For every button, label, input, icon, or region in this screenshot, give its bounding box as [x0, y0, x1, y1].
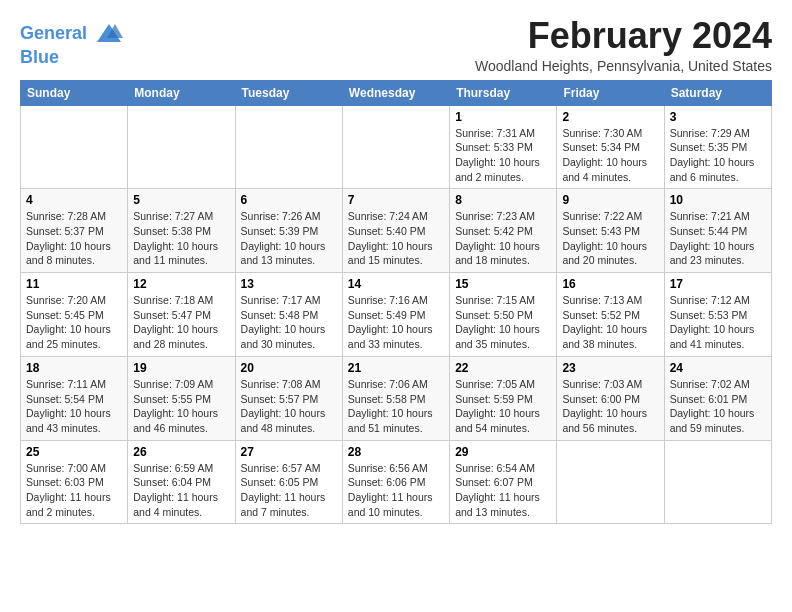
table-row: 15 Sunrise: 7:15 AMSunset: 5:50 PMDaylig…: [450, 273, 557, 357]
day-info: Sunrise: 7:15 AMSunset: 5:50 PMDaylight:…: [455, 293, 551, 352]
table-row: [235, 105, 342, 189]
table-row: 11 Sunrise: 7:20 AMSunset: 5:45 PMDaylig…: [21, 273, 128, 357]
day-info: Sunrise: 7:23 AMSunset: 5:42 PMDaylight:…: [455, 209, 551, 268]
table-row: 12 Sunrise: 7:18 AMSunset: 5:47 PMDaylig…: [128, 273, 235, 357]
day-info: Sunrise: 7:30 AMSunset: 5:34 PMDaylight:…: [562, 126, 658, 185]
table-row: 13 Sunrise: 7:17 AMSunset: 5:48 PMDaylig…: [235, 273, 342, 357]
day-info: Sunrise: 7:24 AMSunset: 5:40 PMDaylight:…: [348, 209, 444, 268]
day-info: Sunrise: 7:03 AMSunset: 6:00 PMDaylight:…: [562, 377, 658, 436]
table-row: 1 Sunrise: 7:31 AMSunset: 5:33 PMDayligh…: [450, 105, 557, 189]
day-info: Sunrise: 7:22 AMSunset: 5:43 PMDaylight:…: [562, 209, 658, 268]
day-info: Sunrise: 6:57 AMSunset: 6:05 PMDaylight:…: [241, 461, 337, 520]
table-row: 7 Sunrise: 7:24 AMSunset: 5:40 PMDayligh…: [342, 189, 449, 273]
calendar-week-row: 11 Sunrise: 7:20 AMSunset: 5:45 PMDaylig…: [21, 273, 772, 357]
day-number: 21: [348, 361, 444, 375]
table-row: 3 Sunrise: 7:29 AMSunset: 5:35 PMDayligh…: [664, 105, 771, 189]
calendar-week-row: 25 Sunrise: 7:00 AMSunset: 6:03 PMDaylig…: [21, 440, 772, 524]
day-info: Sunrise: 7:31 AMSunset: 5:33 PMDaylight:…: [455, 126, 551, 185]
day-number: 13: [241, 277, 337, 291]
day-number: 5: [133, 193, 229, 207]
day-number: 6: [241, 193, 337, 207]
table-row: 19 Sunrise: 7:09 AMSunset: 5:55 PMDaylig…: [128, 356, 235, 440]
table-row: 28 Sunrise: 6:56 AMSunset: 6:06 PMDaylig…: [342, 440, 449, 524]
calendar-table: Sunday Monday Tuesday Wednesday Thursday…: [20, 80, 772, 525]
day-number: 28: [348, 445, 444, 459]
table-row: 9 Sunrise: 7:22 AMSunset: 5:43 PMDayligh…: [557, 189, 664, 273]
table-row: 5 Sunrise: 7:27 AMSunset: 5:38 PMDayligh…: [128, 189, 235, 273]
day-number: 27: [241, 445, 337, 459]
day-info: Sunrise: 7:06 AMSunset: 5:58 PMDaylight:…: [348, 377, 444, 436]
day-number: 16: [562, 277, 658, 291]
day-info: Sunrise: 7:00 AMSunset: 6:03 PMDaylight:…: [26, 461, 122, 520]
col-friday: Friday: [557, 80, 664, 105]
table-row: 17 Sunrise: 7:12 AMSunset: 5:53 PMDaylig…: [664, 273, 771, 357]
day-number: 1: [455, 110, 551, 124]
page-header: General Blue February 2024 Woodland Heig…: [20, 16, 772, 74]
header-row: Sunday Monday Tuesday Wednesday Thursday…: [21, 80, 772, 105]
table-row: [21, 105, 128, 189]
day-number: 20: [241, 361, 337, 375]
calendar-week-row: 4 Sunrise: 7:28 AMSunset: 5:37 PMDayligh…: [21, 189, 772, 273]
day-info: Sunrise: 7:29 AMSunset: 5:35 PMDaylight:…: [670, 126, 766, 185]
day-info: Sunrise: 7:09 AMSunset: 5:55 PMDaylight:…: [133, 377, 229, 436]
day-number: 23: [562, 361, 658, 375]
day-number: 26: [133, 445, 229, 459]
table-row: 4 Sunrise: 7:28 AMSunset: 5:37 PMDayligh…: [21, 189, 128, 273]
day-info: Sunrise: 7:08 AMSunset: 5:57 PMDaylight:…: [241, 377, 337, 436]
day-info: Sunrise: 7:16 AMSunset: 5:49 PMDaylight:…: [348, 293, 444, 352]
day-number: 3: [670, 110, 766, 124]
table-row: [342, 105, 449, 189]
day-info: Sunrise: 7:21 AMSunset: 5:44 PMDaylight:…: [670, 209, 766, 268]
table-row: 8 Sunrise: 7:23 AMSunset: 5:42 PMDayligh…: [450, 189, 557, 273]
calendar-week-row: 1 Sunrise: 7:31 AMSunset: 5:33 PMDayligh…: [21, 105, 772, 189]
day-number: 14: [348, 277, 444, 291]
day-number: 2: [562, 110, 658, 124]
table-row: [557, 440, 664, 524]
month-title: February 2024: [475, 16, 772, 56]
table-row: 25 Sunrise: 7:00 AMSunset: 6:03 PMDaylig…: [21, 440, 128, 524]
day-info: Sunrise: 7:13 AMSunset: 5:52 PMDaylight:…: [562, 293, 658, 352]
day-number: 22: [455, 361, 551, 375]
day-info: Sunrise: 7:27 AMSunset: 5:38 PMDaylight:…: [133, 209, 229, 268]
day-number: 10: [670, 193, 766, 207]
calendar-week-row: 18 Sunrise: 7:11 AMSunset: 5:54 PMDaylig…: [21, 356, 772, 440]
table-row: 2 Sunrise: 7:30 AMSunset: 5:34 PMDayligh…: [557, 105, 664, 189]
day-info: Sunrise: 7:28 AMSunset: 5:37 PMDaylight:…: [26, 209, 122, 268]
table-row: 27 Sunrise: 6:57 AMSunset: 6:05 PMDaylig…: [235, 440, 342, 524]
col-thursday: Thursday: [450, 80, 557, 105]
table-row: 10 Sunrise: 7:21 AMSunset: 5:44 PMDaylig…: [664, 189, 771, 273]
table-row: 23 Sunrise: 7:03 AMSunset: 6:00 PMDaylig…: [557, 356, 664, 440]
day-number: 29: [455, 445, 551, 459]
col-saturday: Saturday: [664, 80, 771, 105]
table-row: 14 Sunrise: 7:16 AMSunset: 5:49 PMDaylig…: [342, 273, 449, 357]
logo: General Blue: [20, 20, 123, 68]
day-info: Sunrise: 7:11 AMSunset: 5:54 PMDaylight:…: [26, 377, 122, 436]
col-monday: Monday: [128, 80, 235, 105]
day-number: 4: [26, 193, 122, 207]
day-number: 15: [455, 277, 551, 291]
day-number: 7: [348, 193, 444, 207]
table-row: [664, 440, 771, 524]
day-info: Sunrise: 7:17 AMSunset: 5:48 PMDaylight:…: [241, 293, 337, 352]
table-row: 29 Sunrise: 6:54 AMSunset: 6:07 PMDaylig…: [450, 440, 557, 524]
col-sunday: Sunday: [21, 80, 128, 105]
logo-text-blue: Blue: [20, 48, 123, 68]
day-number: 11: [26, 277, 122, 291]
day-number: 24: [670, 361, 766, 375]
day-number: 17: [670, 277, 766, 291]
col-tuesday: Tuesday: [235, 80, 342, 105]
day-number: 9: [562, 193, 658, 207]
day-info: Sunrise: 7:18 AMSunset: 5:47 PMDaylight:…: [133, 293, 229, 352]
table-row: 18 Sunrise: 7:11 AMSunset: 5:54 PMDaylig…: [21, 356, 128, 440]
table-row: 22 Sunrise: 7:05 AMSunset: 5:59 PMDaylig…: [450, 356, 557, 440]
table-row: [128, 105, 235, 189]
table-row: 26 Sunrise: 6:59 AMSunset: 6:04 PMDaylig…: [128, 440, 235, 524]
title-area: February 2024 Woodland Heights, Pennsylv…: [475, 16, 772, 74]
location-subtitle: Woodland Heights, Pennsylvania, United S…: [475, 58, 772, 74]
table-row: 16 Sunrise: 7:13 AMSunset: 5:52 PMDaylig…: [557, 273, 664, 357]
day-info: Sunrise: 6:54 AMSunset: 6:07 PMDaylight:…: [455, 461, 551, 520]
table-row: 24 Sunrise: 7:02 AMSunset: 6:01 PMDaylig…: [664, 356, 771, 440]
day-number: 18: [26, 361, 122, 375]
logo-icon: [95, 20, 123, 48]
table-row: 21 Sunrise: 7:06 AMSunset: 5:58 PMDaylig…: [342, 356, 449, 440]
